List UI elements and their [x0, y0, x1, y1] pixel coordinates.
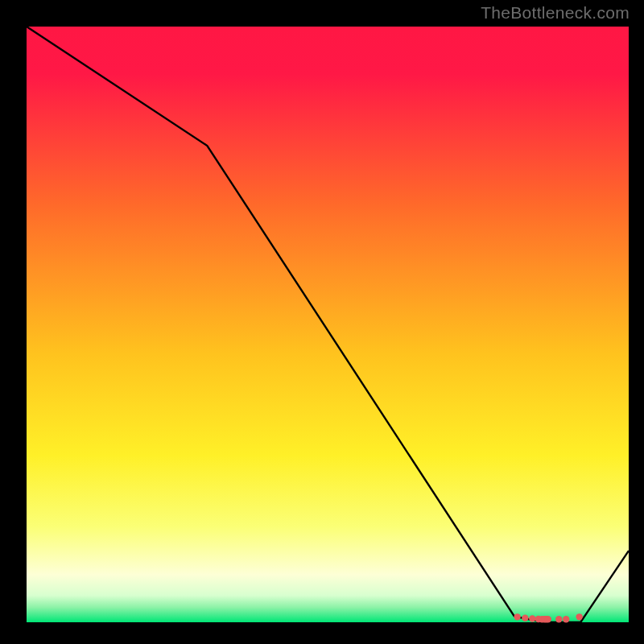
- highlight-marker: [545, 616, 551, 622]
- bottleneck-chart: [0, 0, 644, 644]
- highlight-marker: [522, 615, 528, 621]
- chart-container: TheBottleneck.com: [0, 0, 644, 644]
- highlight-marker: [529, 615, 535, 621]
- highlight-marker: [576, 613, 582, 620]
- plot-background: [27, 27, 629, 622]
- highlight-marker: [563, 616, 569, 622]
- highlight-marker: [555, 616, 562, 622]
- highlight-marker: [514, 613, 520, 620]
